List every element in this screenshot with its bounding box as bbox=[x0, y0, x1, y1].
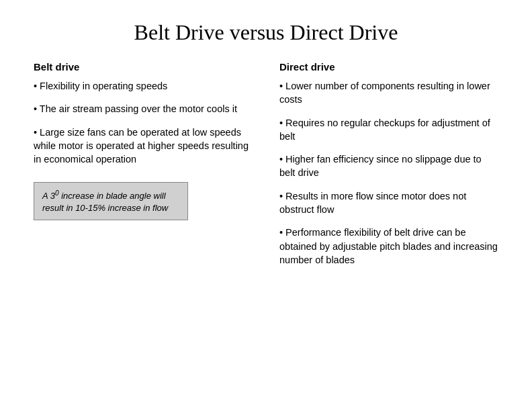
page: Belt Drive versus Direct Drive Belt driv… bbox=[0, 0, 532, 411]
direct-drive-column: Direct drive • Lower number of component… bbox=[279, 61, 498, 391]
page-title: Belt Drive versus Direct Drive bbox=[34, 20, 498, 45]
direct-bullet-5: • Performance flexibility of belt drive … bbox=[279, 226, 498, 267]
belt-bullet-2: • The air stream passing over the motor … bbox=[34, 102, 253, 116]
direct-bullet-3: • Higher fan efficiency since no slippag… bbox=[279, 152, 498, 180]
direct-bullet-2: • Requires no regular checkups for adjus… bbox=[279, 116, 498, 144]
note-box: A 30 increase in blade angle will result… bbox=[34, 182, 188, 220]
direct-bullet-4: • Results in more flow since motor does … bbox=[279, 189, 498, 217]
note-text: A 30 increase in blade angle will result… bbox=[42, 191, 168, 213]
belt-drive-column: Belt drive • Flexibility in operating sp… bbox=[34, 61, 253, 391]
belt-drive-header: Belt drive bbox=[34, 61, 253, 73]
direct-drive-header: Direct drive bbox=[279, 61, 498, 73]
belt-bullet-1: • Flexibility in operating speeds bbox=[34, 79, 253, 93]
belt-bullet-3: • Large size fans can be operated at low… bbox=[34, 126, 253, 167]
direct-bullet-1: • Lower number of components resulting i… bbox=[279, 79, 498, 107]
content-area: Belt drive • Flexibility in operating sp… bbox=[34, 61, 498, 391]
